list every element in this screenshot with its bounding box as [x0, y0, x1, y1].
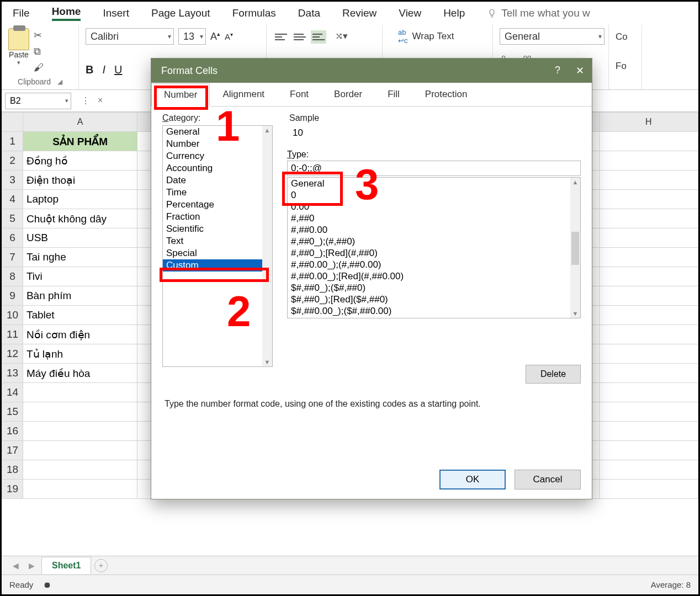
confirm-edit-icon[interactable]: × — [98, 95, 103, 106]
clipboard-launcher-icon[interactable]: ◢ — [57, 78, 62, 86]
dlg-tab-border[interactable]: Border — [321, 83, 375, 106]
fmt-item[interactable]: #,##0.00_);(#,##0.00) — [288, 259, 580, 270]
cell[interactable]: Tablet — [23, 306, 137, 325]
cell[interactable]: USB — [23, 228, 137, 248]
help-icon[interactable]: ? — [555, 65, 560, 77]
name-box[interactable]: B2 — [5, 93, 71, 109]
cat-general[interactable]: General — [163, 126, 272, 138]
cat-percentage[interactable]: Percentage — [163, 199, 272, 211]
wrap-text-button[interactable]: ab↩c Wrap Text — [389, 28, 486, 45]
dlg-tab-fill[interactable]: Fill — [375, 83, 412, 106]
sheet-nav-prev-icon[interactable]: ◀ — [9, 561, 22, 570]
row-header[interactable]: 15 — [2, 402, 23, 422]
row-header[interactable]: 9 — [2, 286, 23, 306]
scroll-up-icon[interactable]: ▲ — [264, 127, 271, 134]
tab-data[interactable]: Data — [298, 7, 320, 19]
tab-view[interactable]: View — [399, 7, 421, 19]
fmt-item[interactable]: #,##0.00_);[Red](#,##0.00) — [288, 270, 580, 282]
cell[interactable]: Bàn phím — [23, 286, 137, 306]
font-name-combo[interactable]: Calibri — [86, 28, 174, 45]
format-painter-icon[interactable]: 🖌 — [34, 62, 44, 73]
tell-me[interactable]: Tell me what you w — [487, 7, 590, 19]
sheet-tab[interactable]: Sheet1 — [41, 557, 91, 574]
cat-text[interactable]: Text — [163, 235, 272, 247]
close-icon[interactable]: ✕ — [576, 65, 584, 77]
row-header[interactable]: 17 — [2, 441, 23, 460]
row-header[interactable]: 16 — [2, 422, 23, 441]
cell[interactable]: Điện thoại — [23, 171, 137, 190]
format-scrollbar[interactable]: ▲▼ — [570, 178, 580, 318]
cat-accounting[interactable]: Accounting — [163, 162, 272, 174]
row-header[interactable]: 12 — [2, 344, 23, 364]
cat-special[interactable]: Special — [163, 247, 272, 259]
fmt-item[interactable]: General — [288, 178, 580, 189]
row-header[interactable]: 5 — [2, 209, 23, 228]
cell[interactable]: Tủ lạnh — [23, 344, 137, 364]
macro-record-icon[interactable]: ⏺ — [43, 580, 51, 589]
cut-icon[interactable]: ✂ — [34, 29, 44, 41]
cat-scientific[interactable]: Scientific — [163, 223, 272, 235]
col-header-a[interactable]: A — [23, 113, 137, 132]
paste-button[interactable]: Paste ▾ — [8, 28, 29, 73]
row-header[interactable]: 10 — [2, 306, 23, 325]
cell[interactable]: Laptop — [23, 190, 137, 209]
dlg-tab-font[interactable]: Font — [277, 83, 321, 106]
row-header[interactable]: 2 — [2, 151, 23, 171]
row-header[interactable]: 14 — [2, 383, 23, 402]
cell[interactable]: Nồi cơm điện — [23, 325, 137, 344]
scroll-thumb[interactable] — [571, 232, 579, 265]
category-list[interactable]: General Number Currency Accounting Date … — [162, 125, 273, 367]
dlg-tab-protection[interactable]: Protection — [412, 83, 480, 106]
cat-number[interactable]: Number — [163, 138, 272, 150]
fmt-item[interactable]: $#,##0.00_);($#,##0.00) — [288, 305, 580, 317]
cell[interactable]: Máy điều hòa — [23, 364, 137, 383]
format-code-list[interactable]: General 0 0.00 #,##0 #,##0.00 #,##0_);(#… — [287, 177, 581, 318]
tab-page-layout[interactable]: Page Layout — [151, 7, 210, 19]
fmt-item[interactable]: $#,##0_);($#,##0) — [288, 282, 580, 294]
cancel-edit-icon[interactable]: ⋮ — [81, 95, 90, 106]
cat-fraction[interactable]: Fraction — [163, 211, 272, 223]
scroll-up-icon[interactable]: ▲ — [572, 179, 579, 185]
row-header[interactable]: 1 — [2, 132, 23, 151]
products-header-cell[interactable]: SẢN PHẨM — [23, 132, 137, 151]
row-header[interactable]: 3 — [2, 171, 23, 190]
col-header-h[interactable]: H — [599, 113, 698, 132]
align-bottom-icon[interactable] — [311, 30, 326, 44]
decrease-font-icon[interactable]: A▾ — [225, 31, 233, 41]
orientation-icon[interactable]: ⤭▾ — [330, 30, 348, 44]
row-header[interactable]: 18 — [2, 460, 23, 480]
font-size-combo[interactable]: 13 — [178, 28, 206, 45]
fmt-item[interactable]: 0.00 — [288, 201, 580, 212]
cat-time[interactable]: Time — [163, 187, 272, 199]
fmt-item[interactable]: #,##0_);[Red](#,##0) — [288, 247, 580, 259]
fmt-item[interactable]: #,##0.00 — [288, 224, 580, 236]
row-header[interactable]: 7 — [2, 248, 23, 267]
category-scrollbar[interactable]: ▲▼ — [262, 126, 272, 366]
align-middle-icon[interactable] — [292, 30, 307, 44]
cat-currency[interactable]: Currency — [163, 150, 272, 162]
tab-insert[interactable]: Insert — [103, 7, 129, 19]
sheet-nav-next-icon[interactable]: ▶ — [25, 561, 38, 570]
fmt-item[interactable]: #,##0_);(#,##0) — [288, 236, 580, 247]
align-top-icon[interactable] — [273, 30, 289, 44]
delete-button[interactable]: Delete — [526, 365, 581, 384]
select-all-corner[interactable] — [2, 113, 23, 132]
bold-button[interactable]: B — [86, 63, 93, 76]
copy-icon[interactable]: ⧉ — [34, 46, 44, 57]
ok-button[interactable]: OK — [439, 470, 506, 489]
fmt-item[interactable]: 0 — [288, 189, 580, 201]
row-header[interactable]: 19 — [2, 480, 23, 499]
tab-review[interactable]: Review — [342, 7, 376, 19]
fmt-item[interactable]: #,##0 — [288, 212, 580, 224]
number-format-combo[interactable]: General — [500, 28, 604, 45]
cell[interactable]: Chuột không dây — [23, 209, 137, 228]
cancel-button[interactable]: Cancel — [515, 470, 581, 489]
italic-button[interactable]: I — [102, 63, 105, 76]
row-header[interactable]: 6 — [2, 228, 23, 248]
dlg-tab-alignment[interactable]: Alignment — [210, 83, 277, 106]
scroll-down-icon[interactable]: ▼ — [264, 359, 271, 365]
tab-help[interactable]: Help — [443, 7, 465, 19]
tab-formulas[interactable]: Formulas — [232, 7, 276, 19]
add-sheet-button[interactable]: ＋ — [94, 559, 108, 572]
cat-custom[interactable]: Custom — [163, 259, 272, 272]
